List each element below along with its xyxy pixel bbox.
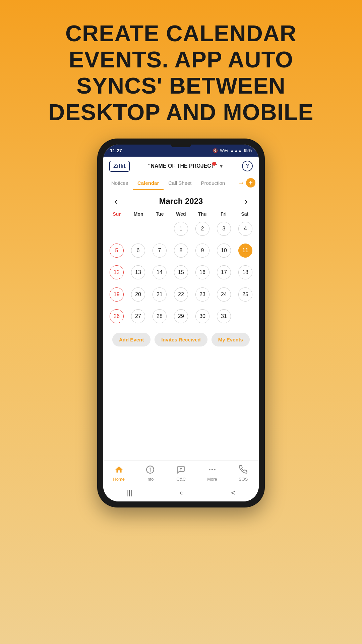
tab-callsheet[interactable]: Call Sheet — [164, 176, 196, 190]
tab-bar: Notices Calendar Call Sheet Production →… — [103, 176, 259, 190]
sos-icon — [238, 464, 249, 475]
calendar-area: ‹ March 2023 › Sun Mon Tue Wed Thu Fri S… — [103, 190, 259, 460]
nav-cc-label: C&C — [177, 477, 186, 482]
calendar-day[interactable]: 7 — [149, 242, 170, 259]
calendar-day[interactable]: 27 — [128, 308, 148, 325]
calendar-day[interactable]: 23 — [192, 286, 213, 303]
day-header-tue: Tue — [149, 210, 170, 218]
calendar-day[interactable]: 29 — [171, 308, 191, 325]
signal-icon: ▲▲▲ — [230, 148, 242, 153]
svg-point-5 — [209, 469, 210, 470]
calendar-day — [149, 220, 170, 237]
headline: CREATE CALENDAR EVENTS. APP AUTO SYNCS' … — [0, 0, 362, 139]
calendar-day[interactable]: 18 — [235, 264, 255, 281]
day-header-mon: Mon — [128, 210, 149, 218]
project-name-area[interactable]: "NAME OF THE PROJECT" ▼ — [148, 163, 224, 169]
mute-icon: 🔇 — [213, 148, 218, 153]
phone-screen: 11:27 🔇 WiFi ▲▲▲ 99% Zillit "NAME OF THE… — [103, 145, 259, 501]
next-month-button[interactable]: › — [240, 196, 252, 207]
calendar-day[interactable]: 11 — [235, 242, 255, 259]
app-logo: Zillit — [109, 161, 130, 172]
project-name: "NAME OF THE PROJECT" — [148, 163, 217, 169]
status-icons: 🔇 WiFi ▲▲▲ 99% — [213, 148, 252, 153]
day-headers: Sun Mon Tue Wed Thu Fri Sat — [107, 210, 255, 218]
add-event-button[interactable]: Add Event — [112, 333, 150, 346]
nav-sos-label: SOS — [239, 477, 248, 482]
android-home-button[interactable]: ○ — [180, 489, 184, 497]
calendar-grid: 1234567891011121314151617181920212223242… — [107, 220, 255, 328]
nav-home[interactable]: Home — [113, 464, 125, 482]
day-header-wed: Wed — [170, 210, 191, 218]
calendar-day[interactable]: 10 — [214, 242, 234, 259]
phone-shell: 11:27 🔇 WiFi ▲▲▲ 99% Zillit "NAME OF THE… — [97, 139, 265, 507]
tab-calendar[interactable]: Calendar — [133, 176, 164, 190]
nav-cc[interactable]: C&C — [175, 464, 187, 482]
android-nav-bar: ||| ○ < — [103, 486, 259, 501]
calendar-day[interactable]: 19 — [107, 286, 127, 303]
cc-icon — [175, 464, 187, 475]
calendar-day — [107, 220, 127, 237]
day-header-fri: Fri — [213, 210, 234, 218]
tab-scroll-arrow-icon[interactable]: → — [238, 179, 245, 187]
calendar-day — [128, 220, 148, 237]
more-icon — [206, 464, 218, 475]
my-events-button[interactable]: My Events — [212, 333, 250, 346]
day-header-sat: Sat — [234, 210, 255, 218]
nav-sos[interactable]: SOS — [238, 464, 249, 482]
invites-received-button[interactable]: Invites Received — [155, 333, 207, 346]
calendar-day[interactable]: 15 — [171, 264, 191, 281]
nav-info[interactable]: Info — [144, 464, 156, 482]
help-button[interactable]: ? — [242, 161, 253, 171]
calendar-day[interactable]: 28 — [149, 308, 170, 325]
calendar-day[interactable]: 25 — [235, 286, 255, 303]
calendar-empty-space — [107, 352, 255, 460]
calendar-header: ‹ March 2023 › — [107, 190, 255, 210]
calendar-day[interactable]: 24 — [214, 286, 234, 303]
day-header-thu: Thu — [192, 210, 213, 218]
calendar-day[interactable]: 21 — [149, 286, 170, 303]
day-header-sun: Sun — [107, 210, 128, 218]
calendar-day[interactable]: 12 — [107, 264, 127, 281]
calendar-day[interactable]: 17 — [214, 264, 234, 281]
tab-notices[interactable]: Notices — [107, 176, 133, 190]
calendar-day[interactable]: 4 — [235, 220, 255, 237]
calendar-day[interactable]: 9 — [192, 242, 213, 259]
android-recent-button[interactable]: ||| — [127, 489, 132, 497]
nav-more[interactable]: More — [206, 464, 218, 482]
nav-home-label: Home — [113, 477, 125, 482]
calendar-day[interactable]: 20 — [128, 286, 148, 303]
calendar-day[interactable]: 6 — [128, 242, 148, 259]
prev-month-button[interactable]: ‹ — [110, 196, 122, 207]
nav-info-label: Info — [146, 477, 154, 482]
action-buttons: Add Event Invites Received My Events — [107, 328, 255, 352]
calendar-day[interactable]: 13 — [128, 264, 148, 281]
calendar-month-year: March 2023 — [159, 197, 203, 206]
svg-point-6 — [212, 469, 213, 470]
calendar-day[interactable]: 8 — [171, 242, 191, 259]
tab-production[interactable]: Production — [196, 176, 230, 190]
svg-point-7 — [214, 469, 215, 470]
nav-more-label: More — [207, 477, 217, 482]
info-icon — [144, 464, 156, 475]
calendar-day[interactable]: 1 — [171, 220, 191, 237]
dropdown-arrow-icon[interactable]: ▼ — [219, 163, 224, 169]
wifi-icon: WiFi — [220, 148, 228, 153]
calendar-day[interactable]: 22 — [171, 286, 191, 303]
home-icon — [113, 464, 125, 475]
camera-bump — [171, 145, 191, 147]
calendar-day[interactable]: 31 — [214, 308, 234, 325]
calendar-day[interactable]: 26 — [107, 308, 127, 325]
android-back-button[interactable]: < — [231, 489, 235, 497]
calendar-day — [235, 308, 255, 325]
calendar-day[interactable]: 2 — [192, 220, 213, 237]
calendar-day[interactable]: 3 — [214, 220, 234, 237]
calendar-day[interactable]: 14 — [149, 264, 170, 281]
calendar-day[interactable]: 30 — [192, 308, 213, 325]
bottom-nav: Home Info C&C More — [103, 460, 259, 486]
calendar-day[interactable]: 5 — [107, 242, 127, 259]
app-header: Zillit "NAME OF THE PROJECT" ▼ ? — [103, 157, 259, 176]
add-tab-button[interactable]: + — [246, 178, 255, 187]
battery-icon: 99% — [244, 148, 252, 153]
status-time: 11:27 — [110, 148, 122, 153]
calendar-day[interactable]: 16 — [192, 264, 213, 281]
